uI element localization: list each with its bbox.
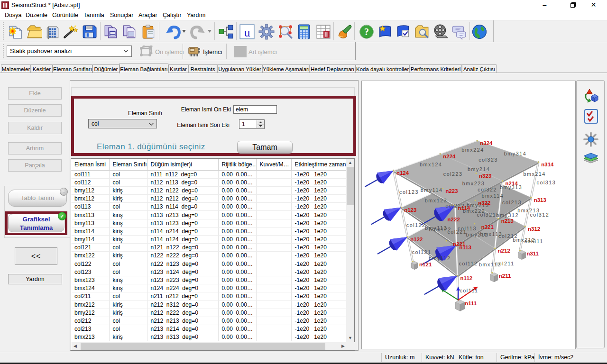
svg-text:n123: n123 (404, 207, 416, 213)
svg-text:n124: n124 (396, 170, 409, 176)
svg-text:n321: n321 (481, 224, 494, 230)
svg-text:n223: n223 (445, 188, 458, 194)
svg-text:col122: col122 (406, 222, 426, 228)
svg-text:n214: n214 (506, 181, 518, 186)
svg-text:bmx213: bmx213 (517, 208, 540, 213)
svg-text:bmx114: bmx114 (482, 193, 504, 199)
svg-text:col313: col313 (537, 180, 556, 185)
svg-text:bmy214: bmy214 (468, 166, 490, 172)
svg-text:u: u (244, 26, 250, 39)
svg-text:col111: col111 (460, 288, 478, 293)
svg-text:n311: n311 (526, 251, 539, 256)
svg-text:bmy312: bmy312 (497, 212, 519, 218)
svg-text:bmy314: bmy314 (504, 151, 526, 156)
svg-text:bmx223: bmx223 (462, 181, 485, 186)
svg-text:n122: n122 (410, 237, 423, 242)
svg-text:bmx123: bmx123 (425, 198, 447, 203)
svg-text:bmy112: bmy112 (429, 255, 451, 261)
svg-text:bmx112: bmx112 (479, 262, 501, 267)
svg-text:n322: n322 (478, 200, 490, 206)
svg-text:n112: n112 (460, 275, 473, 281)
svg-text:col121: col121 (412, 249, 432, 255)
svg-text:bmx214: bmx214 (523, 171, 545, 177)
svg-text:n114: n114 (458, 205, 470, 211)
svg-text:col223: col223 (443, 171, 463, 177)
svg-text:col123: col123 (399, 189, 419, 195)
svg-text:n324: n324 (480, 140, 493, 146)
svg-text:n213: n213 (501, 218, 514, 224)
svg-text:n323: n323 (479, 173, 491, 179)
svg-text:n121: n121 (419, 262, 432, 267)
svg-text:n211: n211 (499, 273, 511, 279)
svg-text:bmy212: bmy212 (466, 232, 488, 237)
svg-text:bmx124: bmx124 (420, 162, 442, 167)
svg-text:n111: n111 (465, 300, 477, 306)
svg-text:col322: col322 (478, 187, 497, 192)
svg-text:?: ? (364, 27, 369, 37)
svg-text:bmx212: bmx212 (513, 237, 535, 243)
svg-text:bmy113: bmy113 (425, 225, 447, 231)
svg-text:col213: col213 (502, 200, 522, 205)
svg-text:n221: n221 (453, 241, 466, 247)
svg-text:n314: n314 (541, 162, 554, 167)
svg-text:col323: col323 (478, 157, 498, 163)
svg-text:n313: n313 (534, 197, 546, 203)
svg-text:col112: col112 (459, 261, 478, 266)
svg-text:n212: n212 (498, 248, 510, 254)
svg-text:n312: n312 (528, 226, 540, 232)
svg-text:bmx224: bmx224 (461, 147, 484, 153)
svg-text:n222: n222 (448, 217, 460, 222)
svg-text:n224: n224 (443, 154, 456, 159)
svg-text:bmy114: bmy114 (421, 187, 443, 193)
